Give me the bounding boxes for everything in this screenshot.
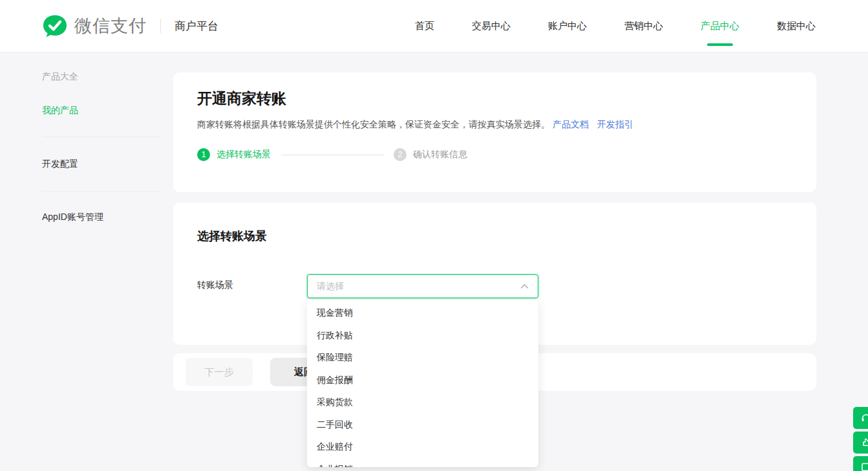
select-placeholder: 请选择 (317, 281, 520, 292)
step-2: 2 确认转账信息 (394, 148, 467, 161)
feedback-button[interactable] (853, 432, 868, 454)
brand-portal-label: 商户平台 (175, 19, 218, 34)
nav-item-product-center[interactable]: 产品中心 (701, 15, 739, 38)
dropdown-option-insurance-claim[interactable]: 保险理赔 (307, 347, 538, 369)
top-nav: 首页 交易中心 账户中心 营销中心 产品中心 数据中心 (415, 15, 816, 38)
transfer-scene-select[interactable]: 请选择 (307, 274, 538, 298)
sidebar-divider (42, 137, 162, 137)
dropdown-option-commission[interactable]: 佣金报酬 (307, 369, 538, 392)
sidebar-item-appid-management[interactable]: AppID账号管理 (42, 212, 162, 223)
nav-item-account-center[interactable]: 账户中心 (548, 15, 587, 38)
chevron-up-icon (520, 283, 529, 289)
dropdown-option-cash-marketing[interactable]: 现金营销 (307, 302, 538, 325)
step-2-number: 2 (394, 148, 407, 161)
sidebar-divider (42, 192, 162, 192)
dropdown-option-procurement[interactable]: 采购货款 (307, 391, 538, 414)
dropdown-option-enterprise-compensation[interactable]: 企业赔付 (307, 436, 538, 459)
step-2-label: 确认转账信息 (413, 149, 467, 160)
description-text: 商家转账将根据具体转账场景提供个性化安全策略，保证资金安全，请按真实场景选择。 (197, 119, 550, 129)
brand-logo-link[interactable]: 微信支付 商户平台 (42, 13, 218, 39)
panel-button[interactable] (853, 456, 868, 471)
customer-service-button[interactable] (853, 407, 868, 429)
brand-divider (160, 19, 161, 33)
nav-item-data-center[interactable]: 数据中心 (777, 15, 816, 38)
sidebar: 产品大全 我的产品 开发配置 AppID账号管理 (42, 52, 162, 223)
intro-card: 开通商家转账 商家转账将根据具体转账场景提供个性化安全策略，保证资金安全，请按真… (173, 72, 816, 192)
step-1-number: 1 (197, 148, 210, 161)
step-indicator: 1 选择转账场景 2 确认转账信息 (197, 148, 790, 161)
thumbs-up-icon (860, 437, 868, 448)
nav-item-transaction-center[interactable]: 交易中心 (472, 15, 511, 38)
page-description: 商家转账将根据具体转账场景提供个性化安全策略，保证资金安全，请按真实场景选择。 … (197, 119, 790, 131)
dropdown-option-enterprise-reimbursement[interactable]: 企业报销 (307, 459, 538, 468)
page-title: 开通商家转账 (197, 89, 790, 109)
dev-guide-link[interactable]: 开发指引 (597, 119, 633, 129)
form-heading: 选择转账场景 (197, 228, 267, 244)
panel-icon (860, 461, 868, 471)
dropdown-option-secondhand-recycle[interactable]: 二手回收 (307, 414, 538, 437)
floating-button-stack (853, 407, 868, 471)
nav-item-home[interactable]: 首页 (415, 15, 434, 38)
nav-item-marketing-center[interactable]: 营销中心 (624, 15, 663, 38)
headset-icon (860, 412, 868, 424)
sidebar-item-dev-config[interactable]: 开发配置 (42, 159, 162, 170)
sidebar-item-all-products[interactable]: 产品大全 (42, 71, 162, 83)
step-connector (281, 155, 385, 155)
sidebar-item-my-products[interactable]: 我的产品 (42, 105, 162, 116)
product-doc-link[interactable]: 产品文档 (553, 119, 589, 129)
step-1: 1 选择转账场景 (197, 148, 271, 161)
transfer-scene-dropdown: 现金营销 行政补贴 保险理赔 佣金报酬 采购货款 二手回收 企业赔付 企业报销 (307, 300, 538, 467)
wechat-pay-logo-icon (42, 13, 68, 39)
brand-name: 微信支付 (74, 14, 147, 38)
top-header: 微信支付 商户平台 首页 交易中心 账户中心 营销中心 产品中心 数据中心 (0, 0, 868, 52)
step-1-label: 选择转账场景 (217, 149, 271, 160)
dropdown-option-admin-subsidy[interactable]: 行政补贴 (307, 325, 538, 347)
next-step-button[interactable]: 下一步 (185, 358, 253, 386)
transfer-scene-label: 转账场景 (197, 279, 233, 291)
